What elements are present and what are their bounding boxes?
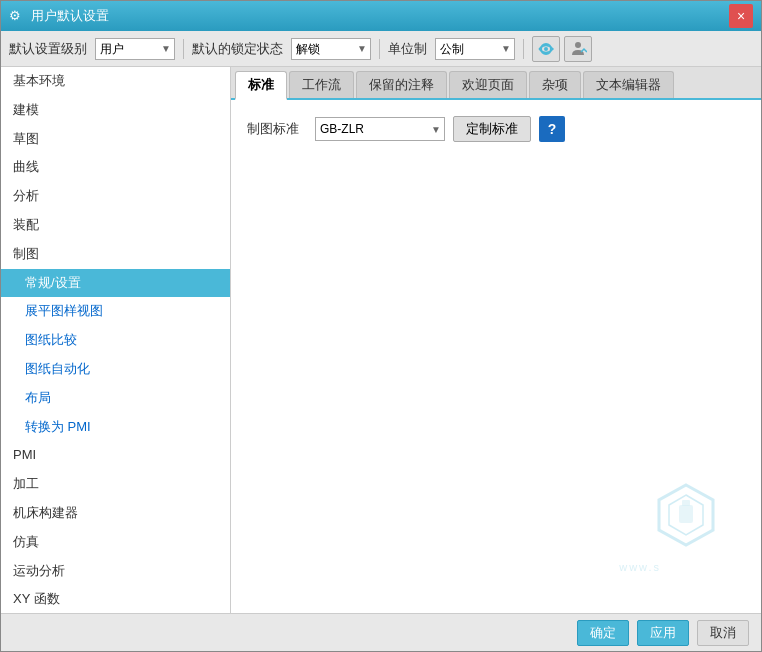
sidebar-item-convert-pmi[interactable]: 转换为 PMI [1, 413, 230, 442]
unit-select-wrapper: 公制 ▼ [435, 38, 515, 60]
lock-select[interactable]: 解锁 [291, 38, 371, 60]
sidebar: 基本环境 建模 草图 曲线 分析 装配 制图 常规/设置 展平图样视图 图纸比较… [1, 67, 231, 613]
drawing-standard-select[interactable]: GB-ZLR [315, 117, 445, 141]
svg-point-2 [575, 42, 581, 48]
sidebar-item-modeling[interactable]: 建模 [1, 96, 230, 125]
sidebar-item-machining[interactable]: 加工 [1, 470, 230, 499]
sidebar-item-layout[interactable]: 布局 [1, 384, 230, 413]
watermark-area [651, 480, 721, 553]
drawing-standard-row: 制图标准 GB-ZLR ▼ 定制标准 ? [247, 116, 745, 142]
sidebar-item-drawing[interactable]: 制图 [1, 240, 230, 269]
tab-saved-annotations[interactable]: 保留的注释 [356, 71, 447, 98]
lock-select-wrapper: 解锁 ▼ [291, 38, 371, 60]
apply-button[interactable]: 应用 [637, 620, 689, 646]
sidebar-item-flat-pattern[interactable]: 展平图样视图 [1, 297, 230, 326]
customize-standard-button[interactable]: 定制标准 [453, 116, 531, 142]
watermark-text: www.s [619, 561, 661, 573]
unit-label: 单位制 [388, 40, 427, 58]
icon-btn-2[interactable] [564, 36, 592, 62]
svg-rect-6 [682, 500, 690, 506]
tabs-bar: 标准 工作流 保留的注释 欢迎页面 杂项 文本编辑器 [231, 67, 761, 100]
sidebar-item-drawing-compare[interactable]: 图纸比较 [1, 326, 230, 355]
tab-text-editor[interactable]: 文本编辑器 [583, 71, 674, 98]
main-content: 基本环境 建模 草图 曲线 分析 装配 制图 常规/设置 展平图样视图 图纸比较… [1, 67, 761, 613]
window-title: 用户默认设置 [31, 7, 729, 25]
title-bar: ⚙ 用户默认设置 × [1, 1, 761, 31]
sidebar-item-simulation[interactable]: 仿真 [1, 528, 230, 557]
separator-3 [523, 39, 524, 59]
level-select-wrapper: 用户 ▼ [95, 38, 175, 60]
sidebar-item-analysis[interactable]: 分析 [1, 182, 230, 211]
sidebar-scroll[interactable]: 基本环境 建模 草图 曲线 分析 装配 制图 常规/设置 展平图样视图 图纸比较… [1, 67, 230, 613]
separator-2 [379, 39, 380, 59]
tab-standard[interactable]: 标准 [235, 71, 287, 100]
sidebar-item-machine-builder[interactable]: 机床构建器 [1, 499, 230, 528]
lock-label: 默认的锁定状态 [192, 40, 283, 58]
main-window: ⚙ 用户默认设置 × 默认设置级别 用户 ▼ 默认的锁定状态 解锁 ▼ 单位制 … [0, 0, 762, 652]
ok-button[interactable]: 确定 [577, 620, 629, 646]
help-button[interactable]: ? [539, 116, 565, 142]
sidebar-item-general-settings[interactable]: 常规/设置 [1, 269, 230, 298]
svg-rect-5 [679, 505, 693, 523]
tab-misc[interactable]: 杂项 [529, 71, 581, 98]
sidebar-item-drawing-auto[interactable]: 图纸自动化 [1, 355, 230, 384]
cancel-button[interactable]: 取消 [697, 620, 749, 646]
sidebar-item-curves[interactable]: 曲线 [1, 153, 230, 182]
icon-btn-1[interactable] [532, 36, 560, 62]
drawing-standard-select-wrapper: GB-ZLR ▼ [315, 117, 445, 141]
eye-icon [537, 40, 555, 58]
right-panel: 标准 工作流 保留的注释 欢迎页面 杂项 文本编辑器 制图标准 GB-ZLR ▼ [231, 67, 761, 613]
tab-content: 制图标准 GB-ZLR ▼ 定制标准 ? [231, 100, 761, 613]
sidebar-wrapper: 基本环境 建模 草图 曲线 分析 装配 制图 常规/设置 展平图样视图 图纸比较… [1, 67, 231, 613]
drawing-standard-label: 制图标准 [247, 120, 307, 138]
sidebar-item-sketch[interactable]: 草图 [1, 125, 230, 154]
sidebar-item-xy-function[interactable]: XY 函数 [1, 585, 230, 613]
unit-select[interactable]: 公制 [435, 38, 515, 60]
watermark-hex-icon [651, 480, 721, 550]
bottom-bar: 确定 应用 取消 [1, 613, 761, 651]
close-button[interactable]: × [729, 4, 753, 28]
level-label: 默认设置级别 [9, 40, 87, 58]
toolbar: 默认设置级别 用户 ▼ 默认的锁定状态 解锁 ▼ 单位制 公制 ▼ [1, 31, 761, 67]
sidebar-item-basic-env[interactable]: 基本环境 [1, 67, 230, 96]
title-icon: ⚙ [9, 8, 25, 24]
separator-1 [183, 39, 184, 59]
level-select[interactable]: 用户 [95, 38, 175, 60]
person-icon [569, 40, 587, 58]
sidebar-item-pmi[interactable]: PMI [1, 441, 230, 470]
sidebar-item-assembly[interactable]: 装配 [1, 211, 230, 240]
tab-welcome-page[interactable]: 欢迎页面 [449, 71, 527, 98]
svg-point-1 [544, 47, 548, 51]
sidebar-item-motion-analysis[interactable]: 运动分析 [1, 557, 230, 586]
tab-workflow[interactable]: 工作流 [289, 71, 354, 98]
